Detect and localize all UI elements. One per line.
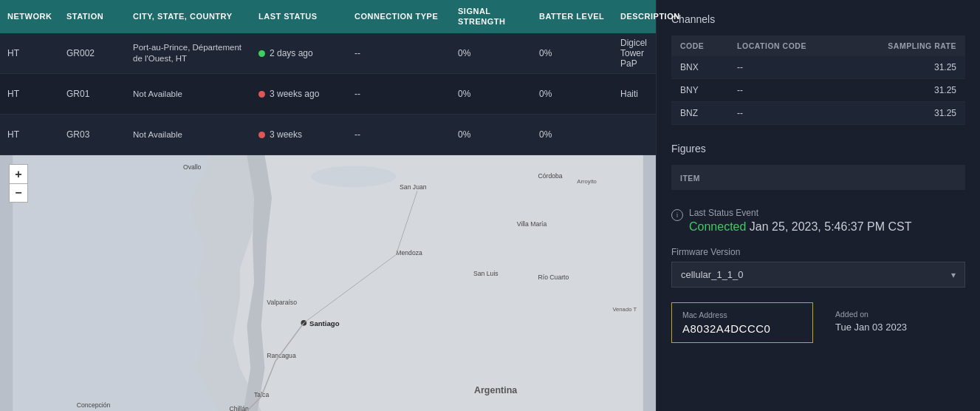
td-signal-1: 0% bbox=[450, 86, 532, 102]
td-city-2: Not Available bbox=[126, 126, 251, 143]
channel-rate-1: 31.25 bbox=[847, 79, 965, 102]
table-body: HT GR002 Port-au-Prince, Département de … bbox=[0, 33, 656, 155]
td-last-status-2: 3 weeks bbox=[251, 126, 347, 143]
svg-text:Córdoba: Córdoba bbox=[538, 172, 562, 180]
th-signal-strength: SIGNAL STRENGTH bbox=[450, 4, 532, 29]
figures-section: Figures ITEM bbox=[671, 143, 965, 190]
channel-rate-0: 31.25 bbox=[847, 56, 965, 79]
svg-text:San Juan: San Juan bbox=[400, 183, 427, 191]
channel-rate-2: 31.25 bbox=[847, 102, 965, 125]
td-city-0: Port-au-Prince, Département de l'Ouest, … bbox=[126, 39, 251, 67]
th-code: CODE bbox=[671, 35, 728, 56]
td-last-status-0: 2 days ago bbox=[251, 45, 347, 61]
th-station: STATION bbox=[59, 9, 126, 24]
svg-text:Chillán: Chillán bbox=[229, 405, 249, 411]
svg-text:Arroyito: Arroyito bbox=[577, 178, 596, 185]
th-sampling-rate: SAMPLING RATE bbox=[847, 35, 965, 56]
chevron-down-icon: ▾ bbox=[951, 270, 956, 280]
td-connection-2: -- bbox=[347, 126, 450, 143]
th-connection-type: CONNECTION TYPE bbox=[347, 9, 450, 24]
svg-point-2 bbox=[311, 166, 396, 187]
zoom-in-button[interactable]: + bbox=[9, 164, 28, 183]
firmware-section: Firmware Version cellular_1_1_0 ▾ bbox=[671, 247, 965, 288]
last-status-content: Last Status Event Connected Jan 25, 2023… bbox=[689, 208, 912, 234]
svg-text:Venado T: Venado T bbox=[612, 306, 637, 313]
status-dot-red-2 bbox=[258, 132, 265, 138]
map-area[interactable]: + − Ovallo San Juan Córdoba Arroyit bbox=[0, 155, 656, 411]
svg-text:Santiago: Santiago bbox=[309, 319, 340, 327]
table-row[interactable]: HT GR01 Not Available 3 weeks ago -- 0% … bbox=[0, 74, 656, 115]
bottom-info: Mac Address A8032A4DCCC0 Added on Tue Ja… bbox=[671, 302, 965, 343]
added-value: Tue Jan 03 2023 bbox=[835, 322, 955, 333]
table-header: NETWORK STATION CITY, STATE, COUNTRY LAS… bbox=[0, 0, 656, 33]
mac-address-box: Mac Address A8032A4DCCC0 bbox=[671, 302, 813, 343]
channels-title: Channels bbox=[671, 13, 965, 25]
td-signal-0: 0% bbox=[450, 45, 532, 61]
svg-text:Ovallo: Ovallo bbox=[183, 163, 202, 171]
left-panel: NETWORK STATION CITY, STATE, COUNTRY LAS… bbox=[0, 0, 656, 411]
td-description-2 bbox=[613, 132, 656, 137]
right-panel: Channels CODE LOCATION CODE SAMPLING RAT… bbox=[656, 0, 980, 411]
channel-code-1: BNY bbox=[671, 79, 728, 102]
last-status-label: Last Status Event bbox=[689, 208, 912, 218]
td-batter-2: 0% bbox=[532, 126, 613, 143]
channels-table: CODE LOCATION CODE SAMPLING RATE BNX -- … bbox=[671, 35, 965, 125]
channel-code-0: BNX bbox=[671, 56, 728, 79]
map-controls: + − bbox=[9, 164, 28, 203]
th-city: CITY, STATE, COUNTRY bbox=[126, 9, 251, 24]
td-city-1: Not Available bbox=[126, 86, 251, 103]
td-description-1: Haiti bbox=[613, 86, 656, 102]
td-network-2: HT bbox=[0, 126, 59, 143]
info-icon: i bbox=[671, 209, 683, 221]
th-network: NETWORK bbox=[0, 9, 59, 24]
td-station-0: GR002 bbox=[59, 45, 126, 61]
table-row[interactable]: HT GR002 Port-au-Prince, Département de … bbox=[0, 33, 656, 74]
table-row[interactable]: HT GR03 Not Available 3 weeks -- 0% 0% bbox=[0, 115, 656, 155]
mac-value: A8032A4DCCC0 bbox=[682, 322, 802, 335]
th-last-status: LAST STATUS bbox=[251, 9, 347, 24]
channel-loc-1: -- bbox=[728, 79, 847, 102]
td-batter-1: 0% bbox=[532, 86, 613, 102]
svg-text:Río Cuarto: Río Cuarto bbox=[538, 274, 569, 281]
last-status-value: Connected Jan 25, 2023, 5:46:37 PM CST bbox=[689, 220, 912, 234]
svg-text:Valparaíso: Valparaíso bbox=[267, 299, 297, 306]
firmware-value: cellular_1_1_0 bbox=[681, 269, 744, 280]
figures-table-header: ITEM bbox=[671, 165, 965, 190]
channel-row-0: BNX -- 31.25 bbox=[671, 56, 965, 79]
td-station-1: GR01 bbox=[59, 86, 126, 102]
channel-row-2: BNZ -- 31.25 bbox=[671, 102, 965, 125]
svg-text:Concepción: Concepción bbox=[77, 401, 111, 409]
th-batter-level: BATTER LEVEL bbox=[532, 9, 613, 24]
connected-status: Connected bbox=[689, 220, 746, 233]
status-dot-green-0 bbox=[258, 50, 265, 57]
td-signal-2: 0% bbox=[450, 126, 532, 143]
td-connection-0: -- bbox=[347, 45, 450, 61]
td-network-1: HT bbox=[0, 86, 59, 102]
added-on-box: Added on Tue Jan 03 2023 bbox=[825, 302, 965, 343]
channel-loc-0: -- bbox=[728, 56, 847, 79]
status-date-value: Jan 25, 2023, 5:46:37 PM CST bbox=[750, 220, 912, 233]
svg-text:Mendoza: Mendoza bbox=[396, 249, 422, 257]
figures-title: Figures bbox=[671, 143, 965, 154]
td-station-2: GR03 bbox=[59, 126, 126, 143]
last-status-section: i Last Status Event Connected Jan 25, 20… bbox=[671, 208, 965, 234]
td-description-0: Digicel Tower PaP bbox=[613, 35, 656, 72]
channel-code-2: BNZ bbox=[671, 102, 728, 125]
svg-text:Villa María: Villa María bbox=[517, 220, 547, 228]
firmware-label: Firmware Version bbox=[671, 247, 965, 257]
td-last-status-1: 3 weeks ago bbox=[251, 86, 347, 102]
td-connection-1: -- bbox=[347, 86, 450, 102]
th-location-code: LOCATION CODE bbox=[728, 35, 847, 56]
added-label: Added on bbox=[835, 310, 955, 319]
channel-loc-2: -- bbox=[728, 102, 847, 125]
svg-text:San Luis: San Luis bbox=[473, 270, 498, 277]
firmware-dropdown[interactable]: cellular_1_1_0 ▾ bbox=[671, 262, 965, 288]
mac-label: Mac Address bbox=[682, 310, 802, 319]
zoom-out-button[interactable]: − bbox=[9, 183, 28, 203]
status-dot-red-1 bbox=[258, 91, 265, 98]
td-network-0: HT bbox=[0, 45, 59, 61]
map-svg: Ovallo San Juan Córdoba Arroyito Villa M… bbox=[0, 155, 656, 411]
figures-item-label: ITEM bbox=[680, 174, 700, 183]
channel-row-1: BNY -- 31.25 bbox=[671, 79, 965, 102]
svg-text:Argentina: Argentina bbox=[474, 385, 518, 395]
